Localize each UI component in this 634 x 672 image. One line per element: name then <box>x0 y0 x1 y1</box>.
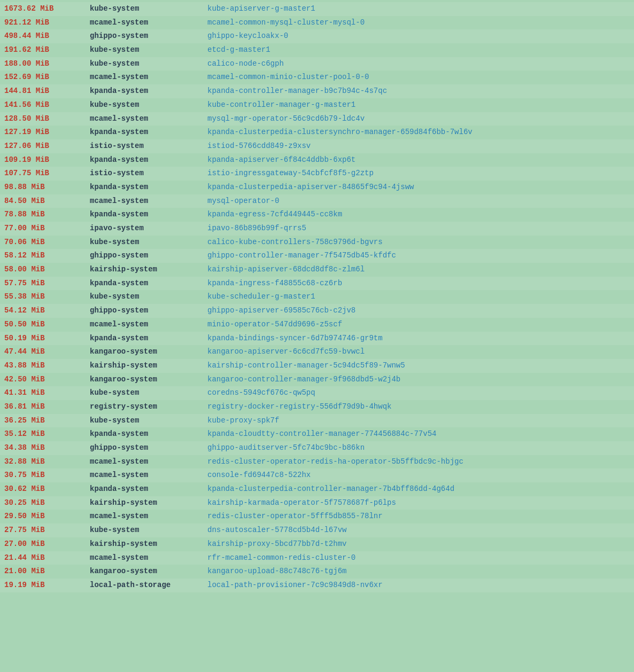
namespace-value: kube-system <box>90 387 207 399</box>
namespace-value: kpanda-system <box>90 182 207 193</box>
namespace-value: kpanda-system <box>90 483 207 495</box>
table-row: 50.19 MiBkpanda-systemkpanda-bindings-sy… <box>0 332 634 346</box>
pod-name-value: istio-ingressgateway-54cbfcf8f5-g2ztp <box>207 168 630 179</box>
namespace-value: istio-system <box>90 140 207 152</box>
pod-name-value: ghippo-controller-manager-7f5475db45-kfd… <box>207 250 630 262</box>
memory-value: 152.69 MiB <box>4 72 90 83</box>
pod-name-value: kube-controller-manager-g-master1 <box>207 99 630 111</box>
pod-name-value: kairship-karmada-operator-5f7578687f-p6l… <box>207 497 630 509</box>
pod-name-value: minio-operator-547dd9696-z5scf <box>207 319 630 331</box>
namespace-value: ghippo-system <box>90 442 207 454</box>
memory-value: 50.50 MiB <box>4 319 90 331</box>
pod-name-value: coredns-5949cf676c-qw5pq <box>207 387 630 399</box>
memory-value: 50.19 MiB <box>4 333 90 345</box>
memory-value: 27.00 MiB <box>4 538 90 550</box>
pod-name-value: kube-scheduler-g-master1 <box>207 291 630 303</box>
memory-value: 107.75 MiB <box>4 168 90 179</box>
table-row: 127.19 MiBkpanda-systemkpanda-clusterped… <box>0 126 634 139</box>
pod-name-value: kangaroo-apiserver-6c6cd7fc59-bvwcl <box>207 346 630 358</box>
table-row: 43.88 MiBkairship-systemkairship-control… <box>0 359 634 373</box>
memory-value: 188.00 MiB <box>4 58 90 70</box>
pod-name-value: kpanda-ingress-f48855c68-cz6rb <box>207 278 630 290</box>
pod-name-value: mysql-mgr-operator-56c9cd6b79-ldc4v <box>207 113 630 125</box>
namespace-value: kube-system <box>90 525 207 536</box>
namespace-value: kube-system <box>90 237 207 248</box>
namespace-value: kairship-system <box>90 497 207 509</box>
namespace-value: kpanda-system <box>90 333 207 345</box>
table-row: 57.75 MiBkpanda-systemkpanda-ingress-f48… <box>0 277 634 291</box>
memory-value: 498.44 MiB <box>4 30 90 42</box>
namespace-value: mcamel-system <box>90 470 207 481</box>
memory-value: 109.19 MiB <box>4 154 90 166</box>
memory-value: 27.75 MiB <box>4 525 90 536</box>
table-row: 47.44 MiBkangaroo-systemkangaroo-apiserv… <box>0 345 634 359</box>
table-row: 98.88 MiBkpanda-systemkpanda-clusterpedi… <box>0 181 634 194</box>
pod-name-value: mcamel-common-mysql-cluster-mysql-0 <box>207 17 630 29</box>
memory-value: 58.12 MiB <box>4 250 90 262</box>
pod-name-value: ghippo-auditserver-5fc74bc9bc-b86kn <box>207 442 630 454</box>
table-row: 42.50 MiBkangaroo-systemkangaroo-control… <box>0 373 634 387</box>
namespace-value: kube-system <box>90 58 207 70</box>
pod-name-value: rfr-mcamel-common-redis-cluster-0 <box>207 552 630 564</box>
table-row: 498.44 MiBghippo-systemghippo-keycloakx-… <box>0 29 634 43</box>
namespace-value: kube-system <box>90 44 207 56</box>
memory-value: 30.25 MiB <box>4 497 90 509</box>
pod-name-value: mcamel-common-minio-cluster-pool-0-0 <box>207 72 630 83</box>
pod-name-value: dns-autoscaler-5778cd5b4d-l67vw <box>207 525 630 536</box>
table-row: 77.00 MiBipavo-systemipavo-86b896b99f-qr… <box>0 222 634 236</box>
table-row: 27.00 MiBkairship-systemkairship-proxy-5… <box>0 537 634 551</box>
pod-name-value: kpanda-controller-manager-b9c7b94c-4s7qc <box>207 85 630 97</box>
pod-name-value: ipavo-86b896b99f-qrrs5 <box>207 223 630 235</box>
pod-name-value: kpanda-clusterpedia-clustersynchro-manag… <box>207 127 630 138</box>
namespace-value: kube-system <box>90 99 207 111</box>
memory-value: 21.00 MiB <box>4 566 90 577</box>
table-row: 144.81 MiBkpanda-systemkpanda-controller… <box>0 84 634 98</box>
pod-name-value: kube-proxy-spk7f <box>207 415 630 427</box>
memory-value: 19.19 MiB <box>4 580 90 591</box>
table-row: 128.50 MiBmcamel-systemmysql-mgr-operato… <box>0 112 634 126</box>
namespace-value: ipavo-system <box>90 223 207 235</box>
memory-value: 41.31 MiB <box>4 387 90 399</box>
table-row: 32.88 MiBmcamel-systemredis-cluster-oper… <box>0 455 634 469</box>
table-row: 27.75 MiBkube-systemdns-autoscaler-5778c… <box>0 523 634 537</box>
memory-value: 42.50 MiB <box>4 374 90 386</box>
namespace-value: mcamel-system <box>90 196 207 207</box>
memory-value: 141.56 MiB <box>4 99 90 111</box>
pod-name-value: calico-kube-controllers-758c9796d-bgvrs <box>207 237 630 248</box>
table-row: 55.38 MiBkube-systemkube-scheduler-g-mas… <box>0 290 634 304</box>
table-row: 35.12 MiBkpanda-systemkpanda-cloudtty-co… <box>0 427 634 441</box>
memory-value: 55.38 MiB <box>4 291 90 303</box>
pod-name-value: redis-cluster-operator-5fff5db855-78lnr <box>207 511 630 522</box>
pod-name-value: mysql-operator-0 <box>207 196 630 207</box>
namespace-value: kpanda-system <box>90 209 207 221</box>
memory-value: 43.88 MiB <box>4 360 90 372</box>
pod-name-value: kube-apiserver-g-master1 <box>207 3 630 15</box>
table-row: 78.88 MiBkpanda-systemkpanda-egress-7cfd… <box>0 208 634 222</box>
namespace-value: registry-system <box>90 401 207 413</box>
pod-name-value: kpanda-egress-7cfd449445-cc8km <box>207 209 630 221</box>
memory-value: 54.12 MiB <box>4 305 90 317</box>
pod-name-value: console-fd69447c8-522hx <box>207 470 630 481</box>
memory-value: 921.12 MiB <box>4 17 90 29</box>
namespace-value: kube-system <box>90 3 207 15</box>
namespace-value: ghippo-system <box>90 305 207 317</box>
memory-value: 1673.62 MiB <box>4 3 90 15</box>
table-row: 21.00 MiBkangaroo-systemkangaroo-upload-… <box>0 565 634 579</box>
memory-value: 32.88 MiB <box>4 456 90 468</box>
memory-value: 47.44 MiB <box>4 346 90 358</box>
table-row: 191.62 MiBkube-systemetcd-g-master1 <box>0 43 634 57</box>
namespace-value: mcamel-system <box>90 72 207 83</box>
namespace-value: kpanda-system <box>90 127 207 138</box>
memory-value: 84.50 MiB <box>4 196 90 207</box>
namespace-value: local-path-storage <box>90 580 207 591</box>
pod-name-value: redis-cluster-operator-redis-ha-operator… <box>207 456 630 468</box>
table-row: 29.50 MiBmcamel-systemredis-cluster-oper… <box>0 510 634 523</box>
namespace-value: mcamel-system <box>90 17 207 29</box>
table-row: 30.25 MiBkairship-systemkairship-karmada… <box>0 496 634 510</box>
pod-name-value: kairship-apiserver-68dcd8df8c-zlm6l <box>207 264 630 276</box>
table-row: 21.44 MiBmcamel-systemrfr-mcamel-common-… <box>0 551 634 565</box>
pod-name-value: registry-docker-registry-556df79d9b-4hwq… <box>207 401 630 413</box>
pod-name-value: kangaroo-controller-manager-9f968dbd5-w2… <box>207 374 630 386</box>
pod-name-value: ghippo-keycloakx-0 <box>207 30 630 42</box>
namespace-value: kpanda-system <box>90 154 207 166</box>
